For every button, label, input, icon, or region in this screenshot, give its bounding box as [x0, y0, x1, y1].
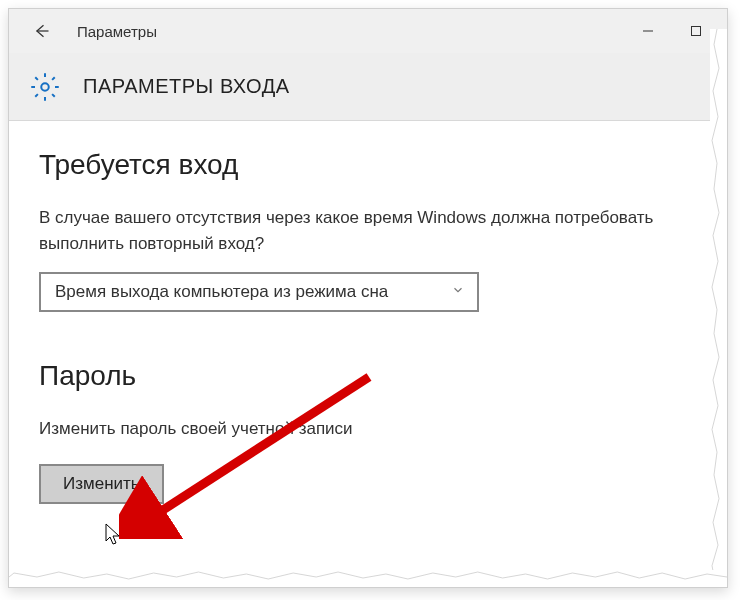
- svg-rect-1: [692, 27, 701, 36]
- change-password-button[interactable]: Изменить: [39, 464, 164, 504]
- page-title: ПАРАМЕТРЫ ВХОДА: [83, 75, 290, 98]
- back-button[interactable]: [25, 15, 57, 47]
- password-section-desc: Изменить пароль своей учетной записи: [39, 416, 659, 442]
- minimize-button[interactable]: [625, 15, 671, 47]
- window-controls: [625, 15, 719, 47]
- minimize-icon: [642, 25, 654, 37]
- page-header: ПАРАМЕТРЫ ВХОДА: [9, 53, 727, 121]
- signin-section-title: Требуется вход: [39, 149, 697, 181]
- password-section-title: Пароль: [39, 360, 697, 392]
- content-area: Требуется вход В случае вашего отсутстви…: [9, 121, 727, 532]
- gear-icon: [29, 71, 61, 103]
- signin-timeout-dropdown[interactable]: Время выхода компьютера из режима сна: [39, 272, 479, 312]
- back-arrow-icon: [31, 21, 51, 41]
- svg-point-2: [41, 83, 49, 91]
- maximize-icon: [690, 25, 702, 37]
- torn-bottom-edge: [9, 570, 727, 588]
- titlebar: Параметры: [9, 9, 727, 53]
- settings-window: Параметры ПАРАМЕТРЫ ВХОДА Требуется вход…: [8, 8, 728, 588]
- change-password-button-label: Изменить: [63, 474, 140, 494]
- password-section: Пароль Изменить пароль своей учетной зап…: [39, 360, 697, 504]
- signin-required-section: Требуется вход В случае вашего отсутстви…: [39, 149, 697, 312]
- torn-right-edge: [710, 29, 728, 588]
- dropdown-selected-value: Время выхода компьютера из режима сна: [55, 282, 439, 302]
- window-title: Параметры: [77, 23, 157, 40]
- chevron-down-icon: [451, 282, 465, 302]
- signin-section-desc: В случае вашего отсутствия через какое в…: [39, 205, 659, 256]
